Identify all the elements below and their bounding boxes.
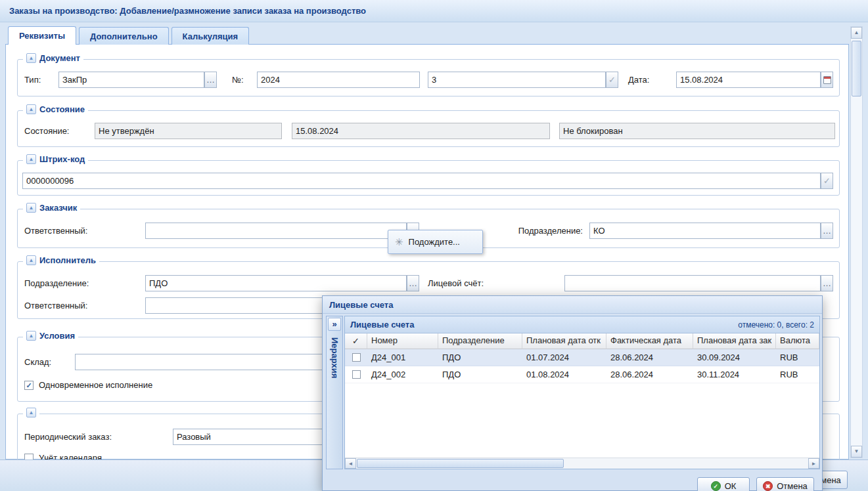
barcode-apply-trigger[interactable]: ✓ — [821, 173, 833, 189]
dialog-ok-button[interactable]: ✓ ОК — [697, 477, 750, 491]
collapse-toggle-icon[interactable]: ▲ — [26, 408, 36, 417]
section-state: ▲ Состояние Состояние: — [17, 110, 840, 147]
tab-dopolnitelno[interactable]: Дополнительно — [79, 27, 169, 45]
double-chevron-icon: » — [332, 319, 336, 329]
ok-icon: ✓ — [711, 481, 721, 491]
section-document-legend: ▲ Документ — [23, 53, 83, 63]
scroll-down-button[interactable]: ▼ — [851, 446, 862, 458]
customer-responsible-input[interactable] — [145, 223, 407, 239]
collapse-toggle-icon[interactable]: ▲ — [26, 203, 36, 213]
section-legend-text: Штрих-код — [39, 154, 85, 164]
scroll-thumb[interactable] — [852, 41, 861, 96]
window-title: Заказы на производство: Добавление/размн… — [9, 6, 366, 16]
dialog-cancel-button[interactable]: ✖ Отмена — [756, 477, 814, 491]
column-header-division[interactable]: Подразделение — [438, 333, 522, 349]
simultaneous-label: Одновременное исполнение — [39, 377, 152, 393]
barcode-input[interactable] — [22, 173, 821, 189]
row-checkbox-cell — [345, 366, 367, 383]
expand-panel-button[interactable]: » — [328, 318, 341, 331]
cell-division: ПДО — [438, 349, 522, 366]
type-label: Тип: — [24, 72, 41, 88]
executor-division-lookup-trigger[interactable]: … — [407, 275, 419, 291]
section-executor-legend: ▲ Исполнитель — [23, 255, 99, 265]
section-legend-text: Условия — [39, 331, 75, 341]
scroll-right-button[interactable]: ► — [808, 458, 819, 469]
column-header-fact[interactable]: Фактическая дата — [606, 333, 693, 349]
arrow-up-icon: ▲ — [854, 30, 859, 35]
column-header-number[interactable]: Номер — [367, 333, 438, 349]
check-icon: ✓ — [352, 336, 359, 346]
section-barcode-legend: ▲ Штрих-код — [23, 154, 88, 164]
dialog-cancel-label: Отмена — [777, 481, 808, 491]
state-lock-field — [559, 123, 835, 139]
executor-division-input[interactable] — [145, 275, 407, 291]
grid-summary: отмечено: 0, всего: 2 — [738, 320, 814, 330]
tab-kalkulyaciya[interactable]: Калькуляция — [171, 27, 250, 45]
customer-division-lookup-trigger[interactable]: … — [821, 223, 833, 239]
calendar-icon — [823, 76, 831, 84]
ellipsis-icon: … — [823, 278, 831, 288]
main-window: Заказы на производство: Добавление/размн… — [0, 0, 868, 491]
simultaneous-checkbox[interactable]: ✓ — [24, 381, 34, 390]
arrow-right-icon: ► — [811, 461, 817, 467]
tab-label: Калькуляция — [183, 32, 239, 41]
grid-panel-header: Лицевые счета отмечено: 0, всего: 2 — [345, 316, 819, 333]
arrow-left-icon: ◄ — [348, 461, 354, 467]
cell-division: ПДО — [438, 366, 522, 383]
collapse-toggle-icon[interactable]: ▲ — [26, 331, 36, 341]
row-checkbox[interactable] — [352, 353, 361, 362]
periodic-label: Периодический заказ: — [24, 429, 112, 445]
dialog-title: Лицевые счета — [329, 300, 393, 310]
executor-account-input[interactable] — [564, 275, 821, 291]
hierarchy-panel: » Иерархия — [326, 316, 343, 469]
hierarchy-label: Иерархия — [330, 337, 340, 378]
scroll-thumb[interactable] — [357, 459, 564, 468]
section-legend-text: Исполнитель — [39, 255, 96, 265]
number-apply-trigger[interactable]: ✓ — [606, 72, 618, 88]
section-document: ▲ Документ Тип: … №: ✓ Дата: — [17, 59, 840, 96]
date-input[interactable] — [676, 72, 821, 88]
row-checkbox[interactable] — [352, 370, 361, 379]
horizontal-scrollbar[interactable]: ◄ ► — [345, 458, 819, 469]
section-conditions-legend: ▲ Условия — [23, 331, 78, 341]
dialog-titlebar[interactable]: Лицевые счета — [323, 296, 822, 314]
tab-rekvizity[interactable]: Реквизиты — [8, 26, 76, 45]
check-icon: ✓ — [608, 75, 616, 85]
number-label: №: — [232, 72, 244, 88]
customer-division-input[interactable] — [589, 223, 821, 239]
section-schedule-legend: ▲ — [23, 408, 39, 417]
tab-bar: Реквизиты Дополнительно Калькуляция — [8, 26, 252, 45]
tab-label: Дополнительно — [90, 32, 158, 41]
grid-column-headers: ✓ Номер Подразделение Плановая дата отк … — [345, 333, 819, 349]
column-header-currency[interactable]: Валюта — [776, 333, 819, 349]
column-header-plan-open[interactable]: Плановая дата отк — [522, 333, 606, 349]
vertical-scrollbar[interactable]: ▲ ▼ — [850, 26, 863, 458]
state-date-field — [292, 123, 550, 139]
section-legend-text: Документ — [39, 53, 80, 63]
section-state-legend: ▲ Состояние — [23, 104, 88, 114]
spinner-icon: ✳ — [395, 236, 403, 248]
executor-account-lookup-trigger[interactable]: … — [821, 275, 833, 291]
scroll-left-button[interactable]: ◄ — [345, 458, 356, 469]
table-row[interactable]: Д24_002 ПДО 01.08.2024 28.06.2024 30.11.… — [345, 366, 819, 383]
column-header-plan-close[interactable]: Плановая дата зак — [693, 333, 776, 349]
date-picker-trigger[interactable] — [821, 72, 833, 88]
type-lookup-trigger[interactable]: … — [204, 72, 217, 88]
cell-plan-close: 30.09.2024 — [693, 349, 776, 366]
collapse-toggle-icon[interactable]: ▲ — [26, 154, 36, 164]
date-label: Дата: — [628, 72, 649, 88]
scroll-up-button[interactable]: ▲ — [851, 27, 862, 39]
cell-plan-close: 30.11.2024 — [693, 366, 776, 383]
number2-input[interactable] — [428, 72, 606, 88]
section-legend-text: Заказчик — [39, 203, 77, 213]
warehouse-label: Склад: — [24, 354, 51, 370]
type-input[interactable] — [58, 72, 204, 88]
ellipsis-icon: … — [409, 278, 417, 288]
select-all-header[interactable]: ✓ — [345, 333, 367, 349]
collapse-toggle-icon[interactable]: ▲ — [26, 53, 36, 63]
collapse-toggle-icon[interactable]: ▲ — [26, 255, 36, 265]
ellipsis-icon: … — [823, 226, 831, 236]
number-input[interactable] — [257, 72, 420, 88]
table-row[interactable]: Д24_001 ПДО 01.07.2024 28.06.2024 30.09.… — [345, 349, 819, 366]
collapse-toggle-icon[interactable]: ▲ — [26, 104, 36, 114]
